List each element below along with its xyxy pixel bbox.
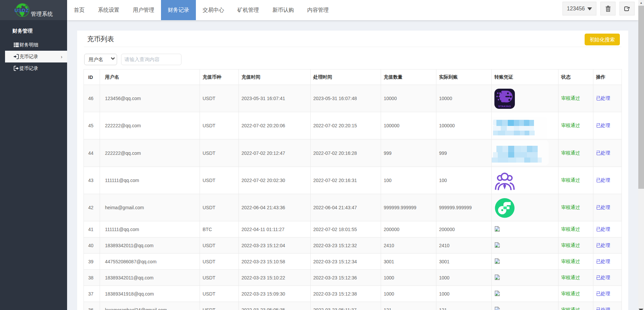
svg-text:STAKING: STAKING [498,105,511,108]
